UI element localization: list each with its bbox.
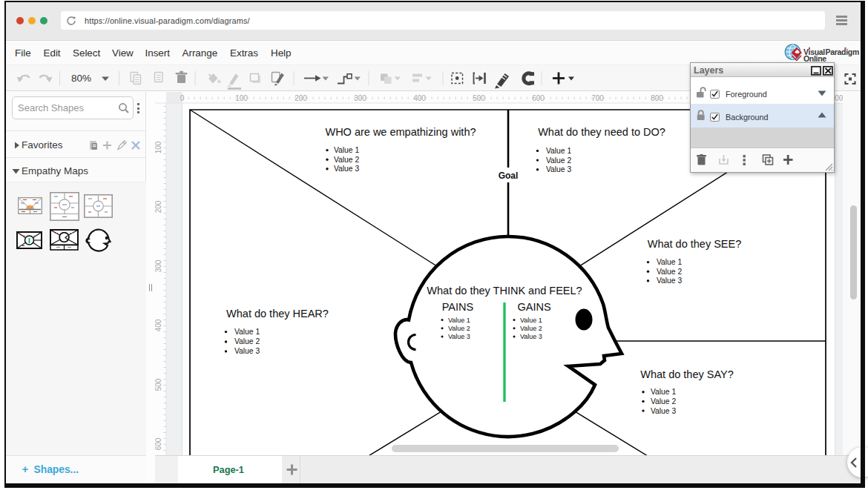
svg-text:PAINS: PAINS <box>442 301 473 313</box>
svg-text:What do they THINK and FEEL?: What do they THINK and FEEL? <box>427 285 582 297</box>
svg-text:Value 3: Value 3 <box>334 165 359 173</box>
svg-text:Value 1: Value 1 <box>651 388 676 396</box>
svg-text:Value 3: Value 3 <box>520 333 542 340</box>
svg-text:Value 3: Value 3 <box>657 277 682 285</box>
svg-text:100: 100 <box>155 141 162 153</box>
svg-text:Value 3: Value 3 <box>448 333 470 340</box>
svg-text:Value 2: Value 2 <box>234 337 260 345</box>
svg-text:500: 500 <box>155 378 162 391</box>
svg-text:Value 3: Value 3 <box>234 347 260 355</box>
svg-text:WHO are we empathizing with?: WHO are we empathizing with? <box>325 126 476 138</box>
svg-text:800: 800 <box>651 94 663 102</box>
svg-text:Value 1: Value 1 <box>546 147 571 155</box>
svg-text:600: 600 <box>532 94 545 102</box>
svg-text:200: 200 <box>295 94 307 102</box>
svg-text:80%: 80% <box>71 73 91 84</box>
svg-text:Goal: Goal <box>499 171 519 181</box>
svg-text:What do they need to DO?: What do they need to DO? <box>538 126 665 138</box>
svg-text:What do they HEAR?: What do they HEAR? <box>226 308 329 320</box>
svg-text:600: 600 <box>155 437 162 450</box>
svg-text:What do they SAY?: What do they SAY? <box>640 368 733 380</box>
svg-text:Value 2: Value 2 <box>334 156 359 164</box>
svg-text:Value 2: Value 2 <box>651 397 676 406</box>
svg-text:Value 1: Value 1 <box>520 317 542 324</box>
svg-text:100: 100 <box>235 94 248 102</box>
svg-text:500: 500 <box>473 94 485 102</box>
svg-text:Value 1: Value 1 <box>234 328 260 336</box>
svg-text:700: 700 <box>591 94 604 102</box>
svg-text:Value 3: Value 3 <box>546 165 571 173</box>
svg-text:Value 1: Value 1 <box>334 146 359 154</box>
svg-text:400: 400 <box>155 319 162 331</box>
svg-text:Value 1: Value 1 <box>448 317 470 324</box>
svg-text:300: 300 <box>354 94 366 102</box>
svg-text:400: 400 <box>413 94 426 102</box>
svg-text:200: 200 <box>155 200 162 213</box>
svg-text:Value 1: Value 1 <box>657 258 682 266</box>
svg-text:Value 3: Value 3 <box>651 407 676 415</box>
svg-text:Value 2: Value 2 <box>657 268 682 276</box>
svg-text:Value 2: Value 2 <box>546 156 571 165</box>
svg-text:Value 2: Value 2 <box>520 325 542 332</box>
svg-text:GAINS: GAINS <box>517 301 550 313</box>
svg-text:0: 0 <box>180 94 185 102</box>
svg-text:What do they SEE?: What do they SEE? <box>648 238 742 250</box>
svg-text:300: 300 <box>155 259 162 272</box>
svg-text:Value 2: Value 2 <box>448 325 470 332</box>
